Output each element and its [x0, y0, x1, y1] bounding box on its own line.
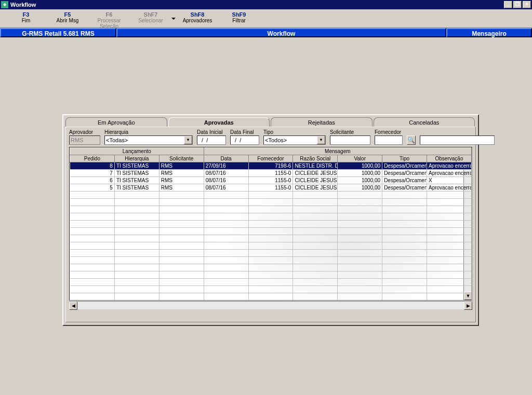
cell-empty: [70, 286, 115, 293]
cell-empty: [70, 192, 115, 199]
cell-empty: [114, 221, 159, 228]
group-header-lancamento: Lançamento: [70, 148, 204, 155]
cell: 27/09/16: [204, 162, 248, 170]
col-header[interactable]: Razão Social: [293, 155, 338, 162]
cell-empty: [293, 242, 338, 250]
scroll-right-icon[interactable]: ▶: [464, 302, 472, 310]
cell-empty: [114, 286, 159, 293]
select-hierarquia[interactable]: <Todas> ▼: [104, 135, 193, 145]
chevron-down-icon[interactable]: ▼: [184, 136, 192, 144]
input-solicitante[interactable]: [330, 135, 370, 145]
cell-empty: [427, 279, 472, 286]
cell-empty: [293, 192, 338, 199]
tab-canceladas[interactable]: Canceladas: [374, 117, 475, 127]
col-header[interactable]: Hierarquia: [114, 155, 159, 162]
tab-aprovadas[interactable]: Aprovadas: [168, 117, 270, 127]
cell-empty: [114, 213, 159, 221]
col-header[interactable]: Pedido: [70, 155, 115, 162]
cell: RMS: [159, 170, 204, 177]
cell-empty: [70, 264, 115, 271]
cell-empty: [338, 279, 382, 286]
cell-empty: [338, 264, 382, 271]
cell-empty: [382, 242, 427, 250]
cell-empty: [293, 199, 338, 206]
cell-empty: [159, 213, 204, 221]
col-header[interactable]: Solicitante: [159, 155, 204, 162]
cell: CICLEIDE JESUS NASCIMENT: [293, 177, 338, 184]
cell: CICLEIDE JESUS NASCIMENT: [293, 170, 338, 177]
restore-button[interactable]: ❐: [513, 1, 522, 8]
cell-empty: [159, 293, 204, 301]
cell-empty: [204, 242, 248, 250]
cell-empty: [159, 221, 204, 228]
status-center: Workflow: [116, 28, 446, 37]
cell-empty: [114, 250, 159, 257]
cell-empty: [382, 264, 427, 271]
input-fornecedor[interactable]: [375, 135, 403, 145]
table-row-empty: [70, 206, 472, 213]
cell-empty: [204, 228, 248, 235]
window-title: Workflow: [10, 2, 504, 8]
chevron-down-icon[interactable]: [171, 18, 176, 20]
cell-empty: [382, 235, 427, 242]
col-header[interactable]: Observação: [427, 155, 472, 162]
scroll-h-track[interactable]: [77, 302, 464, 309]
cell-empty: [248, 279, 293, 286]
cell-empty: [70, 235, 115, 242]
minimize-button[interactable]: _: [504, 1, 512, 8]
select-tipo[interactable]: <Todos> ▼: [263, 135, 326, 145]
cell: Despesa/Orcamentos: [382, 177, 427, 184]
cell-empty: [114, 301, 159, 301]
cell: 8: [70, 162, 115, 170]
cell-empty: [204, 192, 248, 199]
cell-empty: [204, 264, 248, 271]
table-row-empty: [70, 293, 472, 301]
toolbar-item-shf7: ShF7Selecionar: [130, 10, 171, 26]
col-header[interactable]: Tipo: [382, 155, 427, 162]
cell-empty: [248, 235, 293, 242]
table-row-empty: [70, 235, 472, 242]
toolbar-item-f5[interactable]: F5Abrir Msg: [47, 10, 88, 26]
cell-empty: [204, 235, 248, 242]
table-row[interactable]: 8TI SISTEMASRMS27/09/167198-6NESTLE DIST…: [70, 162, 472, 170]
cell-empty: [382, 271, 427, 279]
col-header[interactable]: Fornecedor: [248, 155, 293, 162]
toolbar-item-shf9[interactable]: ShF9Filtrar: [218, 10, 260, 26]
scrollbar-horizontal[interactable]: ◀ ▶: [69, 301, 472, 309]
cell-empty: [114, 293, 159, 301]
table-row-empty: [70, 213, 472, 221]
search-button[interactable]: 🔍: [407, 135, 416, 145]
col-header[interactable]: Valor: [338, 155, 382, 162]
col-header[interactable]: Data: [204, 155, 248, 162]
input-data-inicial[interactable]: [197, 135, 226, 145]
data-grid[interactable]: LançamentoMensagemPedidoHierarquiaSolici…: [69, 147, 472, 301]
cell-empty: [382, 199, 427, 206]
cell-empty: [248, 213, 293, 221]
cell-empty: [159, 257, 204, 264]
grid-container: LançamentoMensagemPedidoHierarquiaSolici…: [69, 147, 472, 301]
filter-row: Aprovador Hierarquia <Todas> ▼ Data Inic…: [69, 129, 472, 145]
toolbar-item-f3[interactable]: F3Fim: [5, 10, 47, 26]
status-right[interactable]: Mensageiro: [446, 28, 532, 37]
cell-empty: [382, 228, 427, 235]
toolbar-item-shf8[interactable]: ShF8Aprovadores: [177, 10, 218, 26]
cell-empty: [338, 293, 382, 301]
table-row[interactable]: 6TI SISTEMASRMS08/07/161155-0CICLEIDE JE…: [70, 177, 472, 184]
cell-empty: [70, 293, 115, 301]
scroll-left-icon[interactable]: ◀: [69, 302, 77, 310]
tab-rejeitadas[interactable]: Rejeitadas: [271, 117, 373, 127]
tab-em-aprovação[interactable]: Em Aprovação: [65, 117, 167, 127]
cell-empty: [427, 293, 472, 301]
table-row[interactable]: 5TI SISTEMASRMS08/07/161155-0CICLEIDE JE…: [70, 184, 472, 192]
status-left: G-RMS Retail 5.681 RMS: [0, 28, 116, 37]
table-row-empty: [70, 264, 472, 271]
input-data-final[interactable]: [230, 135, 259, 145]
cell-empty: [382, 192, 427, 199]
cell-empty: [159, 199, 204, 206]
cell-empty: [427, 199, 472, 206]
cell-empty: [248, 250, 293, 257]
close-button[interactable]: ×: [523, 1, 531, 8]
input-extra[interactable]: [420, 135, 495, 145]
chevron-down-icon[interactable]: ▼: [317, 136, 325, 144]
table-row[interactable]: 7TI SISTEMASRMS08/07/161155-0CICLEIDE JE…: [70, 170, 472, 177]
